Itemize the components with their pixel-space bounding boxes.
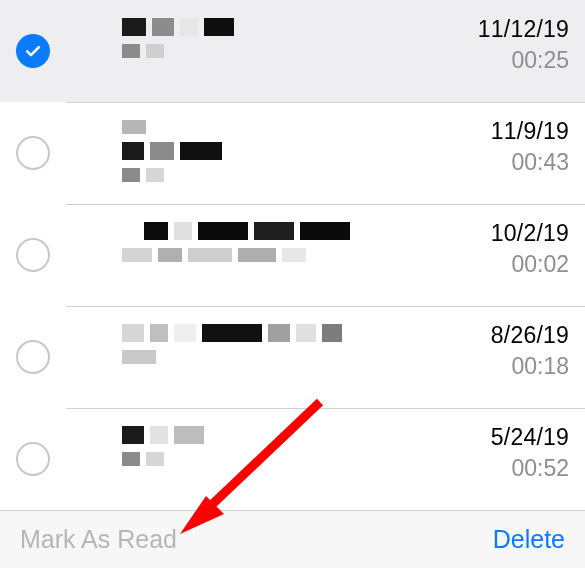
checkbox-cell[interactable] <box>0 408 66 510</box>
list-item[interactable]: 8/26/19 00:18 <box>0 306 585 408</box>
item-content: 5/24/19 00:52 <box>66 408 585 492</box>
item-meta: 11/12/19 00:25 <box>395 14 585 74</box>
checkbox-cell[interactable] <box>0 0 66 102</box>
item-duration: 00:52 <box>395 455 569 482</box>
redacted-preview <box>66 422 395 474</box>
item-duration: 00:43 <box>395 149 569 176</box>
checkbox-unchecked[interactable] <box>16 442 50 476</box>
item-date: 10/2/19 <box>395 220 569 247</box>
check-icon <box>23 41 43 61</box>
delete-button[interactable]: Delete <box>493 525 565 554</box>
checkbox-unchecked[interactable] <box>16 136 50 170</box>
item-duration: 00:25 <box>395 47 569 74</box>
mark-as-read-button[interactable]: Mark As Read <box>20 525 177 554</box>
checkbox-cell[interactable] <box>0 306 66 408</box>
checkbox-unchecked[interactable] <box>16 340 50 374</box>
item-meta: 8/26/19 00:18 <box>395 320 585 380</box>
item-content: 11/9/19 00:43 <box>66 102 585 200</box>
item-date: 5/24/19 <box>395 424 569 451</box>
item-meta: 11/9/19 00:43 <box>395 116 585 176</box>
item-date: 8/26/19 <box>395 322 569 349</box>
item-meta: 5/24/19 00:52 <box>395 422 585 482</box>
checkbox-unchecked[interactable] <box>16 238 50 272</box>
list-item[interactable]: 10/2/19 00:02 <box>0 204 585 306</box>
edit-toolbar: Mark As Read Delete <box>0 510 585 568</box>
item-meta: 10/2/19 00:02 <box>395 218 585 278</box>
redacted-preview <box>66 218 395 270</box>
redacted-preview <box>66 116 395 190</box>
list-item[interactable]: 5/24/19 00:52 <box>0 408 585 510</box>
redacted-preview <box>66 320 395 372</box>
item-duration: 00:18 <box>395 353 569 380</box>
item-duration: 00:02 <box>395 251 569 278</box>
checkbox-cell[interactable] <box>0 204 66 306</box>
checkbox-checked[interactable] <box>16 34 50 68</box>
item-date: 11/9/19 <box>395 118 569 145</box>
item-content: 8/26/19 00:18 <box>66 306 585 390</box>
item-content: 10/2/19 00:02 <box>66 204 585 288</box>
list-item[interactable]: 11/9/19 00:43 <box>0 102 585 204</box>
list-item[interactable]: 11/12/19 00:25 <box>0 0 585 102</box>
redacted-preview <box>66 14 395 66</box>
checkbox-cell[interactable] <box>0 102 66 204</box>
item-date: 11/12/19 <box>395 16 569 43</box>
item-content: 11/12/19 00:25 <box>66 0 585 84</box>
voicemail-list: 11/12/19 00:25 <box>0 0 585 510</box>
